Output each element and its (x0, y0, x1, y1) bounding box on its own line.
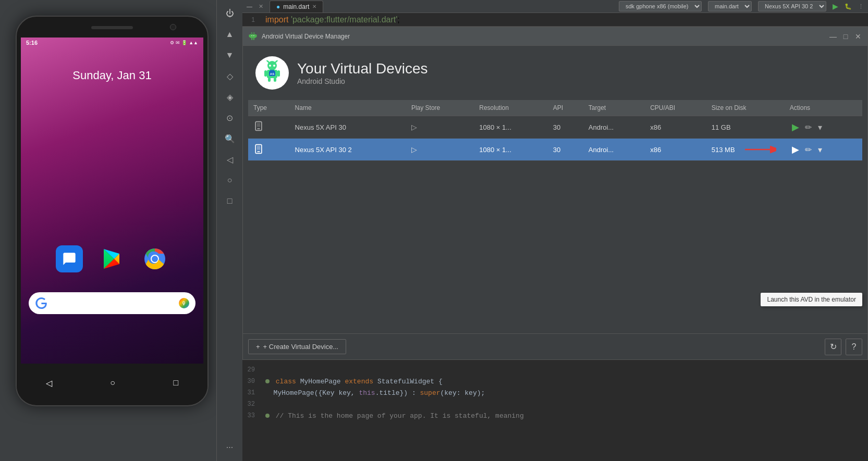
nav-back-btn[interactable]: ◁ (46, 378, 52, 388)
avd-title-controls: — □ ✕ (829, 32, 862, 41)
volume-down-btn[interactable]: ▼ (222, 47, 238, 64)
col-size: Size on Disk (706, 100, 785, 116)
row1-name: Nexus 5X API 30 (290, 116, 406, 139)
shape-btn2[interactable]: ◈ (222, 89, 238, 105)
row2-playstore: ▷ (406, 139, 474, 161)
phone-nav-bar: ◁ ○ □ (17, 365, 207, 401)
help-btn[interactable]: ? (846, 339, 862, 355)
code-line-29: 29 (242, 364, 868, 376)
row1-playstore: ▷ (406, 116, 474, 139)
settings-icon: ⚙ (170, 40, 174, 45)
code-text-33: // This is the home page of your app. It… (263, 412, 868, 420)
google-mic-icon[interactable]: 🎙 (179, 298, 189, 308)
svg-rect-5 (250, 34, 256, 38)
minimize-btn[interactable]: — (247, 3, 252, 9)
square-btn[interactable]: □ (222, 193, 238, 209)
code-line-32: 32 (242, 398, 868, 410)
row1-cpu: x86 (645, 116, 706, 139)
main-dart-tab[interactable]: ● main.dart ✕ (270, 1, 323, 13)
row2-edit-btn[interactable]: ✏ (803, 144, 814, 156)
device-selector-2[interactable]: main.dart (708, 1, 752, 11)
close-tab-icon: ✕ (259, 3, 263, 10)
svg-point-3 (251, 32, 252, 33)
avd-dialog-title: Android Virtual Device Manager (262, 33, 350, 40)
svg-point-2 (152, 256, 158, 262)
phone-time: 5:16 (26, 40, 38, 46)
signal-icon: ▲▲ (189, 40, 198, 45)
row2-actions: ▶ ✏ ▾ (785, 139, 862, 161)
debug-btn[interactable]: 🐛 (845, 3, 852, 10)
volume-up-btn[interactable]: ▲ (222, 26, 238, 43)
launch-tooltip: Launch this AVD in the emulator (761, 293, 862, 306)
refresh-btn[interactable]: ↻ (825, 339, 841, 355)
phone-status-bar: 5:16 ⚙ ✉ 🔋 ▲▲ (21, 38, 203, 48)
avd-close-btn[interactable]: ✕ (854, 32, 862, 41)
google-search-bar[interactable]: 🎙 (29, 292, 195, 314)
camera-btn[interactable]: ⊙ (222, 109, 238, 126)
device-selector-3[interactable]: Nexus 5X API 30 2 (758, 1, 826, 11)
avd-header: AS Your Virtual Devices Android Studio (243, 46, 867, 100)
shape-btn1[interactable]: ◇ (222, 68, 238, 84)
back-btn[interactable]: ◁ (222, 151, 238, 168)
row1-more-btn[interactable]: ▾ (816, 121, 824, 133)
avd-footer: + + Create Virtual Device... ↻ ? (243, 333, 867, 359)
gutter-dot-33 (265, 414, 270, 418)
device-icon-2 (253, 148, 264, 156)
nav-recents-btn[interactable]: □ (174, 378, 179, 388)
row1-api: 30 (548, 116, 583, 139)
svg-rect-6 (249, 34, 250, 37)
row1-size: 11 GB (706, 116, 785, 139)
chrome-app-icon[interactable] (141, 245, 168, 272)
svg-rect-20 (268, 78, 271, 82)
svg-point-15 (269, 65, 271, 67)
table-header-row: Type Name Play Store Resolution API Targ… (248, 100, 862, 116)
more-btn[interactable]: ··· (222, 439, 238, 456)
red-arrow (740, 142, 776, 159)
android-studio-logo: AS (260, 60, 285, 85)
row1-edit-btn[interactable]: ✏ (803, 121, 814, 133)
svg-rect-27 (257, 123, 261, 127)
avd-title-left: Android Virtual Device Manager (248, 32, 350, 41)
svg-rect-9 (253, 38, 254, 40)
svg-rect-19 (277, 70, 280, 77)
code-editor[interactable]: 29 30 class MyHomePage extends StatefulW… (242, 360, 868, 461)
play-store-app-icon[interactable] (99, 245, 126, 272)
circle-btn[interactable]: ○ (222, 172, 238, 189)
table-row[interactable]: Nexus 5X API 30 ▷ 1080 × 1... 30 Androi.… (248, 116, 862, 139)
power-btn[interactable]: ⏻ (222, 5, 238, 22)
avd-minimize-btn[interactable]: — (829, 32, 837, 41)
svg-rect-23 (270, 70, 274, 72)
col-resolution: Resolution (474, 100, 548, 116)
device-selector-1[interactable]: sdk gphone x86 (mobile) (619, 1, 702, 11)
nav-home-btn[interactable]: ○ (110, 378, 115, 388)
messages-app-icon[interactable] (56, 245, 83, 272)
message-icon: ✉ (176, 40, 180, 45)
row2-type (248, 139, 290, 161)
run-button[interactable]: ▶ (833, 2, 838, 10)
row1-launch-btn[interactable]: ▶ (790, 120, 801, 134)
col-name: Name (290, 100, 406, 116)
device-icon-1 (253, 123, 264, 133)
row2-more-btn[interactable]: ▾ (816, 144, 824, 156)
line-num-31: 31 (242, 389, 263, 396)
col-target: Target (583, 100, 645, 116)
svg-rect-18 (264, 70, 267, 77)
col-actions: Actions (785, 100, 862, 116)
more-actions-btn[interactable]: ⋮ (858, 3, 864, 10)
create-virtual-device-btn[interactable]: + + Create Virtual Device... (248, 339, 346, 354)
row2-launch-btn[interactable]: ▶ (790, 143, 801, 156)
code-line-33: 33 // This is the home page of your app.… (242, 410, 868, 421)
status-icons: ⚙ ✉ 🔋 ▲▲ (170, 40, 198, 45)
svg-rect-21 (274, 78, 276, 82)
svg-rect-7 (255, 34, 256, 37)
avd-restore-btn[interactable]: □ (841, 32, 850, 41)
zoom-btn[interactable]: 🔍 (222, 130, 238, 147)
app-icons-row (21, 245, 203, 272)
svg-point-16 (273, 65, 275, 67)
tab-close-icon[interactable]: ✕ (312, 4, 316, 9)
code-text-31: MyHomePage({Key key, this.title}) : supe… (263, 389, 868, 397)
avd-logo: AS (255, 56, 289, 90)
row1-actions: ▶ ✏ ▾ (785, 116, 862, 139)
svg-rect-8 (251, 38, 252, 40)
col-type: Type (248, 100, 290, 116)
